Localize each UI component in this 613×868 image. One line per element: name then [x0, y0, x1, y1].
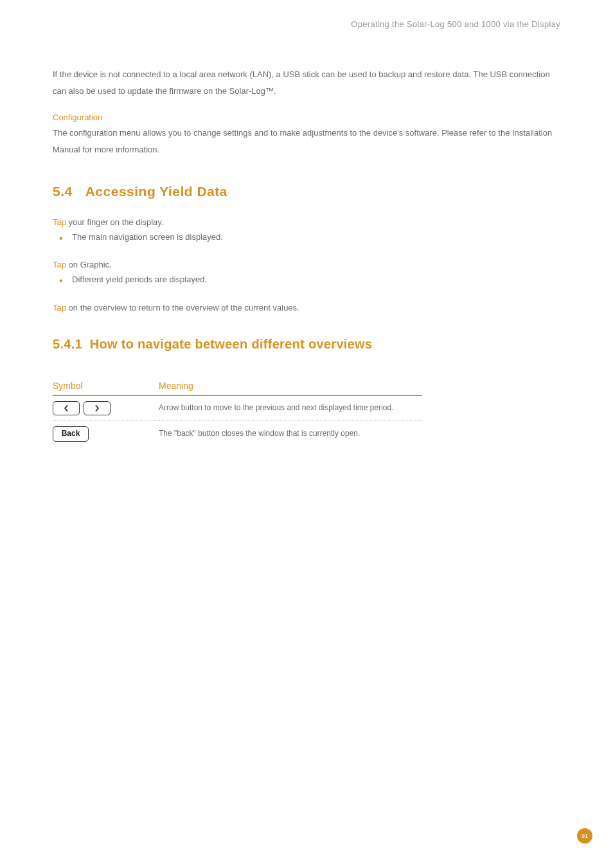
symbol-cell-arrows	[53, 395, 159, 421]
tap-instruction-2: Tap on Graphic.	[53, 260, 560, 269]
table-header-meaning: Meaning	[159, 381, 422, 395]
list-item: The main navigation screen is displayed.	[53, 230, 560, 244]
bullet-list-2: Different yield periods are displayed.	[53, 272, 560, 287]
tap-keyword: Tap	[53, 303, 66, 312]
config-paragraph: The configuration menu allows you to cha…	[53, 125, 560, 158]
back-button[interactable]: Back	[53, 426, 89, 442]
table-row: Back The "back" button closes the window…	[53, 420, 422, 447]
subsection-title: How to navigate between different overvi…	[90, 337, 373, 351]
chevron-left-icon	[63, 405, 69, 411]
tap-keyword: Tap	[53, 217, 66, 227]
tap-instruction-1: Tap your finger on the display.	[53, 217, 560, 227]
list-item: Different yield periods are displayed.	[53, 272, 560, 287]
next-arrow-button[interactable]	[84, 401, 111, 415]
tap-keyword: Tap	[53, 260, 66, 269]
section-5-4-heading: 5.4Accessing Yield Data	[53, 184, 560, 199]
table-row: Arrow button to move to the previous and…	[53, 395, 422, 421]
subsection-number: 5.4.1	[53, 337, 82, 351]
meaning-cell: Arrow button to move to the previous and…	[159, 395, 422, 421]
section-number: 5.4	[53, 184, 73, 199]
symbol-meaning-table: Symbol Meaning Arrow button to move to	[53, 381, 422, 447]
symbol-cell-back: Back	[53, 420, 159, 447]
prev-arrow-button[interactable]	[53, 401, 80, 415]
running-header: Operating the Solar-Log 500 and 1000 via…	[53, 19, 560, 29]
page-number-badge: 91	[577, 828, 592, 844]
tap-text: on Graphic.	[66, 260, 112, 269]
chevron-right-icon	[94, 405, 100, 411]
config-heading: Configuration	[53, 113, 560, 122]
table-header-symbol: Symbol	[53, 381, 159, 395]
meaning-cell: The "back" button closes the window that…	[159, 420, 422, 447]
section-5-4-1-heading: 5.4.1 How to navigate between different …	[53, 337, 560, 352]
tap-text: on the overview to return to the overvie…	[66, 303, 299, 312]
tap-text: your finger on the display.	[66, 217, 164, 227]
intro-paragraph: If the device is not connected to a loca…	[53, 66, 560, 100]
bullet-list-1: The main navigation screen is displayed.	[53, 230, 560, 244]
tap-instruction-3: Tap on the overview to return to the ove…	[53, 303, 560, 312]
section-title: Accessing Yield Data	[85, 184, 227, 199]
